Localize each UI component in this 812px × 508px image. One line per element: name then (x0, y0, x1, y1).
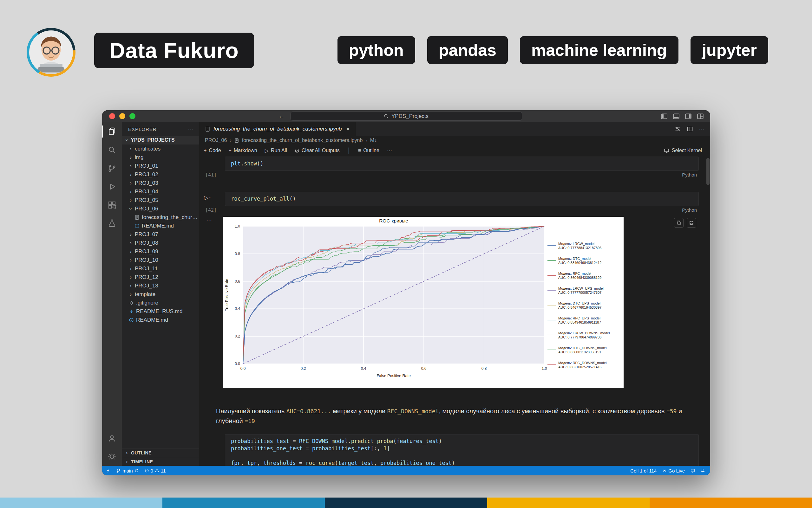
explorer-item-readme-rus-md[interactable]: README_RUS.md (122, 307, 199, 315)
toggle-sidebar-left-icon[interactable] (661, 113, 668, 120)
notebook-cell-41[interactable]: plt.show() [41] Python (225, 157, 699, 179)
notebook-cell-42[interactable]: ▷› roc_curve_plot_all() [42] Python (225, 192, 699, 214)
explorer-icon[interactable] (102, 122, 122, 141)
svg-text:0.8: 0.8 (481, 366, 487, 371)
toggle-panel-icon[interactable] (673, 113, 680, 120)
customize-layout-icon[interactable] (697, 113, 704, 120)
zoom-window-button[interactable] (129, 113, 136, 119)
explorer-item-proj-10[interactable]: ›PROJ_10 (122, 256, 199, 264)
explorer-item-readme-md[interactable]: README.md (122, 221, 199, 230)
source-control-icon[interactable] (102, 159, 122, 177)
command-center-search[interactable]: YPDS_Projects (291, 112, 522, 121)
notifications-bell-icon[interactable] (701, 468, 705, 473)
extensions-icon[interactable] (102, 196, 122, 214)
search-text: YPDS_Projects (391, 113, 428, 120)
chevron-right-icon: › (129, 163, 132, 169)
explorer-item-proj-07[interactable]: ›PROJ_07 (122, 230, 199, 239)
close-window-button[interactable] (109, 113, 115, 119)
scrollbar-thumb[interactable] (706, 158, 709, 185)
svg-text:Модель: RFC_model: Модель: RFC_model (558, 271, 591, 276)
breadcrumb-folder[interactable]: PROJ_06 (205, 137, 227, 143)
tab-notebook[interactable]: forecasting_the_churn_of_betabank_custom… (199, 122, 356, 136)
minimize-window-button[interactable] (119, 113, 125, 119)
editor-more-actions-icon[interactable]: ⋯ (699, 126, 704, 132)
select-kernel-button[interactable]: Select Kernel (664, 148, 702, 154)
copy-output-button[interactable] (674, 218, 684, 227)
chevron-right-icon: › (129, 231, 132, 238)
go-live-button[interactable]: Go Live (662, 468, 685, 473)
decorative-stripes (0, 498, 812, 508)
notebook-cell-next[interactable]: probabilities_test = RFC_DOWNS_model.pre… (225, 434, 699, 466)
explorer-item-proj-02[interactable]: ›PROJ_02 (122, 170, 199, 179)
explorer-item-proj-13[interactable]: ›PROJ_13 (122, 282, 199, 290)
chevron-right-icon: › (129, 146, 132, 152)
kernel-icon (664, 148, 669, 154)
explorer-item-proj-08[interactable]: ›PROJ_08 (122, 239, 199, 247)
explorer-item-img[interactable]: ›img (122, 153, 199, 162)
remote-indicator[interactable] (106, 468, 110, 473)
explorer-item-proj-06[interactable]: ›PROJ_06 (122, 204, 199, 213)
notebook-settings-icon[interactable] (675, 126, 681, 132)
explorer-item-template[interactable]: ›template (122, 290, 199, 299)
run-cell-button[interactable]: ▷› (204, 194, 210, 201)
lightning-icon (106, 468, 110, 473)
explorer-item-readme-md[interactable]: README.md (122, 315, 199, 324)
inline-code: =19 (244, 418, 255, 424)
testing-icon[interactable] (102, 214, 122, 232)
cell-more-actions-icon[interactable]: ⋯ (206, 217, 212, 224)
run-all-button[interactable]: ▷Run All (265, 148, 287, 154)
toolbar-more-actions-icon[interactable]: ⋯ (387, 148, 392, 154)
svg-text:0.2: 0.2 (301, 366, 306, 371)
timeline-section[interactable]: › TIMELINE (122, 457, 199, 466)
file-label: PROJ_10 (135, 257, 158, 263)
outline-button[interactable]: ≡Outline (358, 148, 379, 154)
breadcrumb-file[interactable]: forecasting_the_churn_of_betabank_custom… (242, 137, 363, 143)
accounts-icon[interactable] (102, 429, 122, 448)
window-titlebar[interactable]: ← → YPDS_Projects (102, 110, 710, 122)
search-sidebar-icon[interactable] (102, 141, 122, 159)
explorer-item--gitignore[interactable]: .gitignore (122, 299, 199, 307)
chevron-down-icon: › (127, 207, 134, 211)
cell-indicator[interactable]: Cell 1 of 114 (630, 468, 657, 473)
screencast-icon[interactable] (691, 468, 695, 473)
problems-status[interactable]: 0 11 (145, 468, 166, 473)
markdown-cell[interactable]: Наилучший показатель AUC=0.8621... метри… (216, 406, 697, 426)
explorer-item-proj-05[interactable]: ›PROJ_05 (122, 196, 199, 204)
search-icon (384, 114, 389, 119)
breadcrumb-cell-symbol[interactable]: M↓ (370, 137, 377, 143)
explorer-root-folder[interactable]: › YPDS_PROJECTS (122, 136, 199, 144)
code-editor[interactable]: probabilities_test = RFC_DOWNS_model.pre… (225, 434, 699, 466)
split-editor-icon[interactable] (687, 126, 693, 132)
explorer-item-proj-12[interactable]: ›PROJ_12 (122, 273, 199, 282)
add-code-cell-button[interactable]: +Code (204, 148, 221, 154)
outline-section[interactable]: › OUTLINE (122, 448, 199, 457)
explorer-item-forecasting-the-churn-[interactable]: forecasting_the_churn_... (122, 213, 199, 221)
stripe-0 (0, 498, 162, 508)
cell-language-label[interactable]: Python (682, 207, 697, 213)
code-editor[interactable]: plt.show() (225, 157, 699, 171)
add-markdown-cell-button[interactable]: +Markdown (229, 148, 257, 154)
explorer-item-proj-09[interactable]: ›PROJ_09 (122, 247, 199, 256)
settings-gear-icon[interactable] (102, 448, 122, 466)
file-label: .gitignore (136, 300, 158, 306)
toggle-sidebar-right-icon[interactable] (685, 113, 692, 120)
chevron-right-icon: › (129, 197, 132, 204)
explorer-item-certificates[interactable]: ›certificates (122, 144, 199, 153)
cell-language-label[interactable]: Python (682, 172, 697, 177)
explorer-item-proj-03[interactable]: ›PROJ_03 (122, 179, 199, 187)
clear-all-outputs-button[interactable]: Clear All Outputs (295, 148, 340, 154)
run-debug-icon[interactable] (102, 177, 122, 196)
save-output-button[interactable] (687, 218, 696, 227)
readme-icon (129, 318, 134, 323)
explorer-more-actions-icon[interactable]: ⋯ (188, 126, 193, 132)
explorer-item-proj-04[interactable]: ›PROJ_04 (122, 187, 199, 196)
explorer-item-proj-11[interactable]: ›PROJ_11 (122, 264, 199, 273)
chevron-right-icon: › (129, 257, 132, 263)
git-branch-icon (116, 468, 121, 473)
explorer-item-proj-01[interactable]: ›PROJ_01 (122, 162, 199, 170)
git-branch-status[interactable]: main (116, 468, 139, 473)
history-back-button[interactable]: ← (278, 110, 284, 122)
close-tab-icon[interactable]: × (346, 126, 350, 132)
code-editor[interactable]: roc_curve_plot_all() (225, 192, 699, 206)
svg-text:Модель: DTC_DOWNS_model: Модель: DTC_DOWNS_model (558, 346, 607, 350)
